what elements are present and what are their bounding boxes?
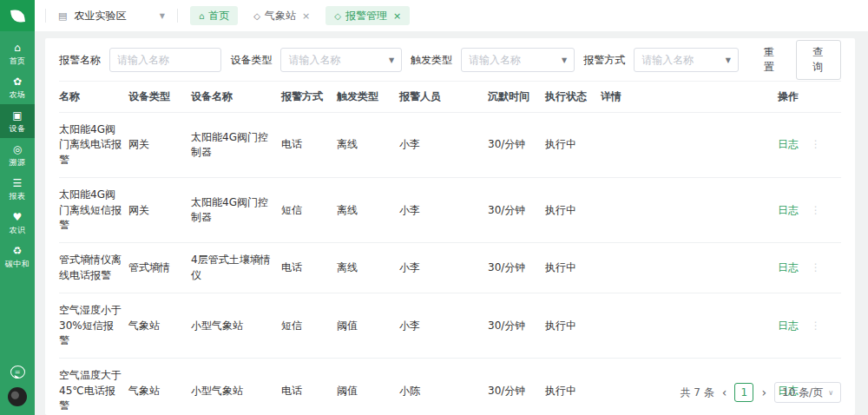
tab-close-icon[interactable]: × (302, 10, 310, 22)
cell-alarm-person: 小李 (399, 178, 488, 243)
col-alarm-person: 报警人员 (399, 82, 488, 113)
user-avatar[interactable] (8, 387, 27, 406)
cell-exec-status: 执行中 (545, 178, 601, 243)
tab-label: 气象站 (265, 9, 296, 23)
filter-bar: 报警名称 设备类型 请输入名称 ▼ 触发类型 请输入名称 ▼ 报警方式 请输入名… (59, 47, 841, 73)
cell-action: 日志 ⋮ (778, 113, 841, 178)
trigger-type-select[interactable]: 请输入名称 ▼ (461, 48, 575, 72)
cell-alarm-method: 电话 (281, 243, 337, 293)
cell-detail (601, 113, 778, 178)
cell-device-type: 气象站 (128, 359, 191, 415)
table-row: 太阳能4G阀门离线电话报警 网关 太阳能4G阀门控制器 电话 离线 小李 30/… (59, 113, 841, 178)
sidebar-item-label: 首页 (10, 56, 26, 65)
more-actions-icon[interactable]: ⋮ (811, 204, 821, 216)
device-type-label: 设备类型 (230, 53, 272, 68)
cell-silence-time: 30/分钟 (488, 293, 545, 359)
cell-device-name: 小型气象站 (191, 359, 281, 415)
tab-icon: ◇ (253, 11, 260, 21)
alarm-name-input-wrap (109, 48, 221, 72)
tab-close-icon[interactable]: × (393, 10, 401, 22)
tab[interactable]: ◇ 气象站 × (245, 6, 319, 25)
tab-label: 首页 (208, 9, 229, 23)
cell-silence-time: 30/分钟 (488, 359, 545, 415)
cell-trigger-type: 阈值 (337, 359, 399, 415)
log-link[interactable]: 日志 (778, 138, 799, 150)
tab[interactable]: ◇ 报警管理 × (326, 6, 410, 25)
log-link[interactable]: 日志 (778, 261, 799, 273)
cell-name: 管式墒情仪离线电话报警 (59, 243, 128, 293)
farm-selector-value: 农业实验区 (74, 9, 133, 23)
chevron-down-icon: ▼ (389, 56, 394, 64)
sidebar-item[interactable]: ⌂ 首页 (0, 36, 35, 70)
next-page-icon[interactable]: › (761, 386, 766, 399)
tab-icon: ◇ (334, 11, 341, 21)
cell-alarm-method: 电话 (281, 359, 337, 415)
alarm-method-select[interactable]: 请输入名称 ▼ (634, 48, 739, 72)
sidebar-item-icon: ◎ (13, 144, 22, 155)
cell-action: 日志 ⋮ (778, 178, 841, 243)
more-actions-icon[interactable]: ⋮ (811, 138, 821, 150)
cell-name: 空气湿度小于30%短信报警 (59, 293, 128, 359)
sidebar-item[interactable]: ♥ 农识 (0, 206, 35, 240)
cell-trigger-type: 离线 (337, 178, 399, 243)
page-size-select[interactable]: 10 条/页 ∨ (774, 382, 841, 403)
cell-exec-status: 执行中 (545, 359, 601, 415)
sidebar-item[interactable]: ▣ 设备 (0, 104, 35, 138)
content-card: 报警名称 设备类型 请输入名称 ▼ 触发类型 请输入名称 ▼ 报警方式 请输入名… (45, 38, 855, 415)
cell-trigger-type: 离线 (337, 113, 399, 178)
sidebar-item[interactable]: ✿ 农场 (0, 70, 35, 104)
page-size-value: 10 条/页 (782, 385, 823, 400)
sidebar-item-label: 设备 (10, 124, 26, 133)
cell-alarm-person: 小陈 (399, 359, 488, 415)
sidebar-item[interactable]: ☰ 报表 (0, 172, 35, 206)
cell-device-name: 太阳能4G阀门控制器 (191, 178, 281, 243)
cell-alarm-person: 小李 (399, 113, 488, 178)
more-actions-icon[interactable]: ⋮ (811, 319, 821, 332)
alarm-table: 名称 设备类型 设备名称 报警方式 触发类型 报警人员 沉默时间 执行状态 详情… (59, 81, 841, 415)
farm-selector[interactable]: ▤ 农业实验区 ▼ (53, 9, 170, 23)
tab[interactable]: ⌂ 首页 × (190, 6, 238, 25)
chat-support-icon[interactable]: = (10, 366, 25, 379)
alarm-name-input[interactable] (117, 54, 214, 66)
device-type-select[interactable]: 请输入名称 ▼ (280, 48, 402, 72)
sidebar-bottom: = (0, 366, 35, 415)
pagination: 共 7 条 ‹ 1 › 10 条/页 ∨ (681, 382, 841, 403)
cell-name: 太阳能4G阀门离线短信报警 (59, 178, 128, 243)
cell-device-type: 网关 (128, 178, 191, 243)
sidebar-item[interactable]: ◎ 溯源 (0, 138, 35, 172)
log-link[interactable]: 日志 (778, 204, 799, 216)
cell-silence-time: 30/分钟 (488, 178, 545, 243)
sidebar-item-label: 农识 (10, 226, 26, 234)
cell-alarm-method: 短信 (281, 178, 337, 243)
col-name: 名称 (59, 82, 128, 113)
sidebar-item[interactable]: ♻ 碳中和 (0, 240, 35, 273)
col-device-type: 设备类型 (128, 82, 191, 113)
col-exec-status: 执行状态 (545, 82, 601, 113)
tab-icon: ⌂ (199, 11, 204, 21)
sidebar-item-icon: ✿ (13, 76, 22, 88)
alarm-method-placeholder: 请输入名称 (641, 53, 694, 68)
log-link[interactable]: 日志 (778, 319, 799, 332)
more-actions-icon[interactable]: ⋮ (811, 261, 821, 273)
cell-alarm-method: 短信 (281, 293, 337, 359)
col-alarm-method: 报警方式 (281, 82, 337, 113)
search-button[interactable]: 查询 (796, 40, 841, 80)
page-number[interactable]: 1 (734, 383, 753, 402)
cell-name: 太阳能4G阀门离线电话报警 (59, 113, 128, 178)
cell-trigger-type: 离线 (337, 243, 399, 293)
alarm-method-label: 报警方式 (583, 53, 625, 68)
cell-device-name: 4层管式土壤墒情仪 (191, 243, 281, 293)
table-row: 太阳能4G阀门离线短信报警 网关 太阳能4G阀门控制器 短信 离线 小李 30/… (59, 178, 841, 243)
reset-button[interactable]: 重置 (753, 42, 787, 78)
cell-device-name: 太阳能4G阀门控制器 (191, 113, 281, 178)
sidebar-item-label: 报表 (10, 192, 26, 201)
sidebar-item-icon: ☰ (13, 178, 23, 189)
chevron-down-icon: ▼ (562, 56, 567, 64)
cell-device-type: 气象站 (128, 293, 191, 359)
chevron-down-icon: ▼ (726, 56, 731, 64)
cell-name: 空气温度大于45℃电话报警 (59, 359, 128, 415)
sidebar: ⌂ 首页 ✿ 农场 ▣ 设备 ◎ 溯源 ☰ 报表 ♥ 农识 ♻ 碳中和 = (0, 0, 35, 415)
prev-page-icon[interactable]: ‹ (722, 386, 727, 399)
cell-alarm-person: 小李 (399, 243, 488, 293)
col-silence-time: 沉默时间 (488, 82, 545, 113)
